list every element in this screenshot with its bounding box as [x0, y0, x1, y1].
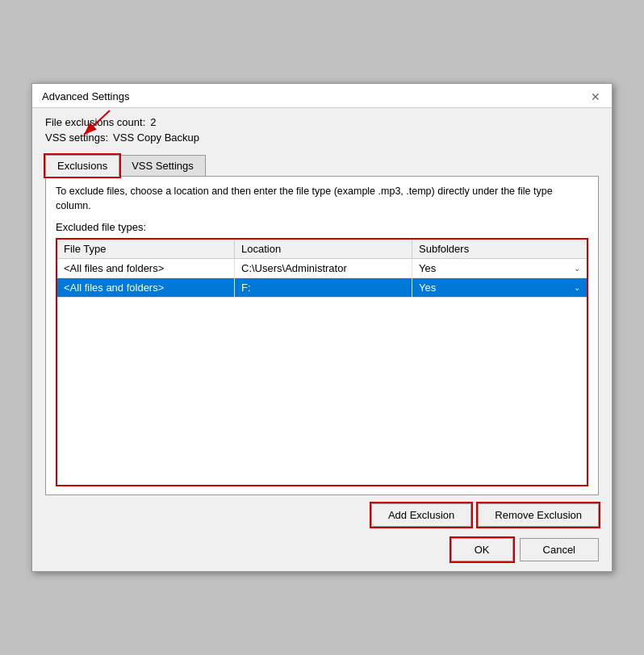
table-body: <All files and folders> C:\Users\Adminis… — [57, 259, 587, 485]
advanced-settings-dialog: Advanced Settings ✕ File exclusions coun… — [31, 83, 613, 572]
tabs-row: Exclusions VSS Settings — [32, 155, 612, 177]
add-exclusion-button[interactable]: Add Exclusion — [371, 503, 471, 527]
vss-value: VSS Copy Backup — [113, 131, 199, 144]
row2-location: F: — [235, 278, 412, 297]
vss-label: VSS settings: — [45, 131, 108, 144]
tab-exclusions[interactable]: Exclusions — [45, 155, 119, 177]
exclusions-count-label: File exclusions count: — [45, 116, 145, 128]
table-empty-area — [57, 298, 587, 459]
exclusions-count-value: 2 — [150, 116, 156, 128]
row2-file-type: <All files and folders> — [57, 278, 235, 297]
chevron-down-icon[interactable]: ⌄ — [574, 283, 580, 292]
tab-exclusions-content: To exclude files, choose a location and … — [45, 176, 599, 495]
exclusions-count-row: File exclusions count: 2 — [45, 116, 599, 128]
table-row[interactable]: <All files and folders> F: Yes ⌄ — [57, 278, 587, 298]
row1-subfolders: Yes ⌄ — [412, 259, 587, 277]
tab-vss-settings[interactable]: VSS Settings — [119, 155, 206, 177]
row1-location: C:\Users\Administrator — [235, 259, 412, 277]
table-header: File Type Location Subfolders — [57, 240, 587, 259]
row1-file-type: <All files and folders> — [57, 259, 235, 277]
vss-settings-row: VSS settings: VSS Copy Backup — [45, 131, 599, 144]
row2-subfolders-dropdown: Yes ⌄ — [419, 282, 580, 294]
action-button-row: Add Exclusion Remove Exclusion — [32, 495, 612, 532]
col-header-subfolders: Subfolders — [412, 240, 587, 258]
info-section: File exclusions count: 2 VSS settings: V… — [32, 108, 612, 150]
excluded-file-types-label: Excluded file types: — [56, 221, 588, 233]
ok-button[interactable]: OK — [451, 538, 513, 561]
tab-description: To exclude files, choose a location and … — [56, 185, 588, 213]
row2-subfolders: Yes ⌄ — [412, 278, 587, 297]
table-row[interactable]: <All files and folders> C:\Users\Adminis… — [57, 259, 587, 278]
footer-button-row: OK Cancel — [32, 532, 612, 571]
exclusions-table: File Type Location Subfolders <All files… — [56, 238, 588, 486]
cancel-button[interactable]: Cancel — [520, 538, 599, 561]
col-header-file-type: File Type — [57, 240, 235, 258]
col-header-location: Location — [235, 240, 412, 258]
chevron-down-icon[interactable]: ⌄ — [574, 264, 580, 273]
row1-subfolders-dropdown: Yes ⌄ — [419, 262, 580, 274]
remove-exclusion-button[interactable]: Remove Exclusion — [478, 503, 599, 527]
dialog-title: Advanced Settings — [42, 90, 129, 102]
title-bar: Advanced Settings ✕ — [32, 84, 612, 108]
close-button[interactable]: ✕ — [589, 91, 602, 102]
